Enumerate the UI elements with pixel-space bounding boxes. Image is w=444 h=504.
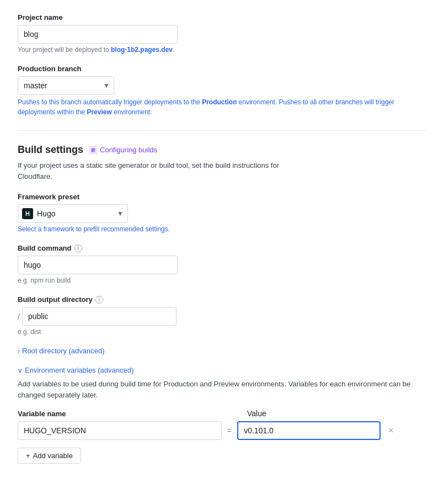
remove-env-variable-button[interactable]: ×: [386, 425, 395, 437]
project-name-field: Project name Your project will be deploy…: [18, 13, 426, 54]
chevron-right-icon: ›: [18, 347, 20, 355]
build-output-directory-input[interactable]: [22, 307, 176, 326]
add-variable-label: Add variable: [33, 452, 73, 460]
env-variable-row: = ×: [18, 421, 426, 440]
project-name-label: Project name: [18, 13, 426, 22]
add-variable-button[interactable]: + Add variable: [18, 448, 81, 464]
production-branch-hint: Pushes to this branch automatically trig…: [18, 97, 426, 117]
production-branch-select-wrapper: master main develop ▼: [18, 76, 114, 95]
framework-preset-label: Framework preset: [18, 193, 426, 201]
env-name-input[interactable]: [18, 421, 222, 440]
build-command-info-icon[interactable]: i: [74, 245, 82, 252]
env-column-headers: Variable name Value: [18, 409, 426, 418]
project-name-input[interactable]: [18, 25, 178, 44]
root-directory-label: Root directory (advanced): [22, 347, 105, 355]
production-branch-field: Production branch master main develop ▼ …: [18, 65, 426, 117]
build-output-directory-label: Build output directory i: [18, 295, 426, 304]
env-variables-section: ∨ Environment variables (advanced) Add v…: [18, 366, 426, 464]
project-name-hint: Your project will be deployed to blog-1b…: [18, 46, 426, 54]
build-command-label: Build command i: [18, 244, 426, 252]
configuring-builds-link[interactable]: Configuring builds: [89, 146, 157, 155]
env-variables-row[interactable]: ∨ Environment variables (advanced): [18, 366, 426, 374]
build-output-input-row: /: [18, 307, 426, 326]
env-variables-label: Environment variables (advanced): [25, 366, 133, 374]
close-icon: ×: [388, 426, 393, 436]
root-directory-row[interactable]: › Root directory (advanced): [18, 347, 426, 355]
build-output-hint: e.g. dist: [18, 328, 426, 336]
equals-sign: =: [227, 426, 232, 435]
chevron-down-icon: ∨: [18, 367, 23, 374]
build-output-directory-field: Build output directory i / e.g. dist: [18, 295, 426, 336]
framework-select-wrapper: H Hugo None Gatsby Next.js Nuxt.js ▼: [18, 204, 128, 223]
framework-preset-select[interactable]: Hugo None Gatsby Next.js Nuxt.js: [18, 204, 128, 223]
build-settings-description: If your project uses a static site gener…: [18, 160, 304, 182]
env-value-input[interactable]: [237, 421, 381, 440]
build-command-input[interactable]: [18, 256, 178, 274]
env-name-column-header: Variable name: [18, 410, 222, 418]
framework-preset-field: Framework preset H Hugo None Gatsby Next…: [18, 193, 426, 233]
production-branch-select[interactable]: master main develop: [18, 76, 114, 95]
build-command-hint: e.g. npm run build: [18, 277, 426, 284]
slash-prefix: /: [18, 311, 20, 321]
production-branch-label: Production branch: [18, 65, 426, 73]
build-output-info-icon[interactable]: i: [95, 296, 103, 304]
plus-icon: +: [26, 452, 30, 460]
deploy-url-link[interactable]: blog-1b2.pages.dev: [111, 46, 173, 54]
env-variables-description: Add variables to be used during build ti…: [18, 379, 420, 400]
build-settings-section: Build settings Configuring builds If you…: [18, 144, 426, 464]
framework-hint: Select a framework to prefill recommende…: [18, 225, 426, 233]
build-command-field: Build command i e.g. npm run build: [18, 244, 426, 284]
section-divider: [18, 130, 426, 131]
build-settings-title: Build settings Configuring builds: [18, 144, 426, 156]
env-value-column-header: Value: [247, 409, 266, 418]
book-icon: [89, 146, 98, 155]
